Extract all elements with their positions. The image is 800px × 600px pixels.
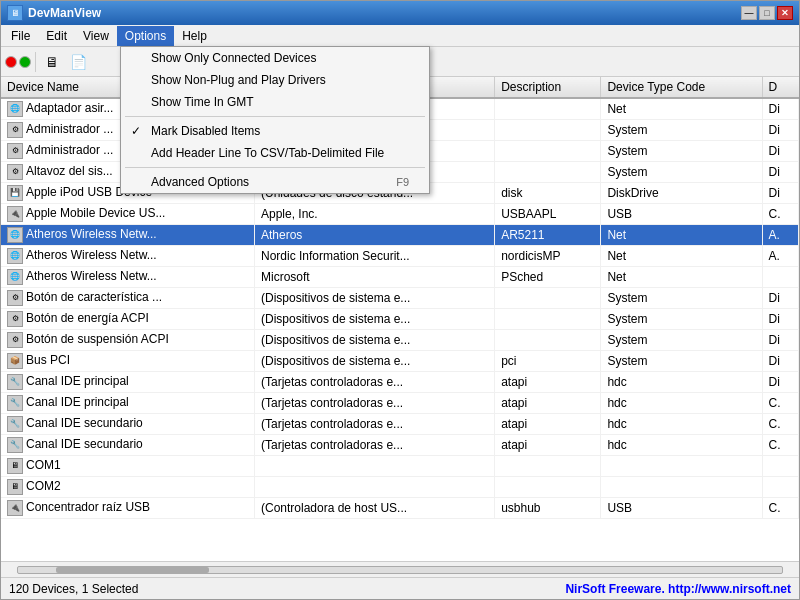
cell-device-type: System [601,330,762,351]
device-icon: ⚙ [7,122,23,138]
table-row[interactable]: 🔧Canal IDE secundario(Tarjetas controlad… [1,414,799,435]
table-row[interactable]: 🌐Atheros Wireless Netw...MicrosoftPSched… [1,267,799,288]
cell-device-name: 🔧Canal IDE secundario [1,435,254,456]
cell-description: AR5211 [495,225,601,246]
menu-options[interactable]: Options [117,26,174,46]
toolbar-separator-1 [35,52,36,72]
monitor-toolbar-btn[interactable]: 🖥 [40,50,64,74]
cell-device-type: USB [601,498,762,519]
cell-description: pci [495,351,601,372]
table-row[interactable]: 🔌Apple Mobile Device US...Apple, Inc.USB… [1,204,799,225]
menu-separator [125,167,425,168]
dropdown-menu-item[interactable]: Show Time In GMT [121,91,429,113]
cell-d: Di [762,309,798,330]
cell-manufacturer: (Tarjetas controladoras e... [254,393,494,414]
close-button[interactable]: ✕ [777,6,793,20]
table-row[interactable]: 🌐Atheros Wireless Netw...AtherosAR5211Ne… [1,225,799,246]
cell-device-type: System [601,120,762,141]
cell-d: Di [762,162,798,183]
cell-description [495,477,601,498]
cell-manufacturer: (Controladora de host US... [254,498,494,519]
title-bar-buttons: — □ ✕ [741,6,793,20]
table-row[interactable]: ⚙Botón de energía ACPI(Dispositivos de s… [1,309,799,330]
device-icon: 🔧 [7,395,23,411]
cell-device-type: DiskDrive [601,183,762,204]
menu-item-shortcut: F9 [396,176,409,188]
table-row[interactable]: 🔌Concentrador raíz USB(Controladora de h… [1,498,799,519]
cell-description: disk [495,183,601,204]
cell-device-type [601,456,762,477]
cell-device-type: Net [601,267,762,288]
menu-item-label: Show Non-Plug and Play Drivers [151,73,326,87]
cell-device-name: ⚙Botón de energía ACPI [1,309,254,330]
cell-description: nordicisMP [495,246,601,267]
maximize-button[interactable]: □ [759,6,775,20]
table-row[interactable]: 🖥COM2 [1,477,799,498]
table-row[interactable]: 🌐Atheros Wireless Netw...Nordic Informat… [1,246,799,267]
table-row[interactable]: ⚙Botón de suspensión ACPI(Dispositivos d… [1,330,799,351]
cell-device-name: 🌐Atheros Wireless Netw... [1,246,254,267]
device-icon: 🌐 [7,269,23,285]
menu-file[interactable]: File [3,26,38,46]
cell-d: Di [762,372,798,393]
menu-edit[interactable]: Edit [38,26,75,46]
menu-help[interactable]: Help [174,26,215,46]
status-right: NirSoft Freeware. http://www.nirsoft.net [565,582,791,596]
dropdown-menu-item[interactable]: ✓Mark Disabled Items [121,120,429,142]
table-row[interactable]: 🖥COM1 [1,456,799,477]
device-icon: ⚙ [7,143,23,159]
cell-device-name: 🔧Canal IDE secundario [1,414,254,435]
table-row[interactable]: 📦Bus PCI(Dispositivos de sistema e...pci… [1,351,799,372]
table-row[interactable]: ⚙Botón de característica ...(Dispositivo… [1,288,799,309]
cell-manufacturer: (Dispositivos de sistema e... [254,351,494,372]
cell-d: Di [762,141,798,162]
menu-view[interactable]: View [75,26,117,46]
dropdown-menu-item[interactable]: Show Only Connected Devices [121,47,429,69]
cell-device-name: 🔧Canal IDE principal [1,393,254,414]
menu-item-label: Add Header Line To CSV/Tab-Delimited Fil… [151,146,384,160]
cell-description [495,120,601,141]
cell-device-name: ⚙Botón de suspensión ACPI [1,330,254,351]
device-icon: ⚙ [7,164,23,180]
device-icon: 🌐 [7,227,23,243]
dropdown-menu-item[interactable]: Show Non-Plug and Play Drivers [121,69,429,91]
cell-manufacturer: Apple, Inc. [254,204,494,225]
cell-d: Di [762,98,798,120]
device-icon: 📦 [7,353,23,369]
title-bar-left: 🖥 DevManView [7,5,101,21]
device-icon: 🔌 [7,206,23,222]
col-header-description: Description [495,77,601,98]
window-title: DevManView [28,6,101,20]
cell-device-name: 🖥COM1 [1,456,254,477]
table-row[interactable]: 🔧Canal IDE principal(Tarjetas controlado… [1,393,799,414]
cell-device-type: hdc [601,393,762,414]
status-bar: 120 Devices, 1 Selected NirSoft Freeware… [1,577,799,599]
options-dropdown-menu: Show Only Connected DevicesShow Non-Plug… [120,46,430,194]
cell-manufacturer: (Tarjetas controladoras e... [254,372,494,393]
cell-description [495,141,601,162]
cell-device-type: System [601,288,762,309]
menu-bar: File Edit View Options Help [1,25,799,47]
cell-device-type: USB [601,204,762,225]
cell-description: PSched [495,267,601,288]
cell-description: atapi [495,393,601,414]
cell-manufacturer [254,477,494,498]
dropdown-menu-item[interactable]: Add Header Line To CSV/Tab-Delimited Fil… [121,142,429,164]
menu-item-label: Show Time In GMT [151,95,254,109]
cell-d: Di [762,183,798,204]
cell-d: C. [762,393,798,414]
device-icon: 🔧 [7,374,23,390]
toolbar-btn-2[interactable]: 📄 [66,50,90,74]
cell-device-type: System [601,141,762,162]
cell-d [762,267,798,288]
cell-d: Di [762,330,798,351]
cell-d: Di [762,351,798,372]
table-row[interactable]: 🔧Canal IDE principal(Tarjetas controlado… [1,372,799,393]
minimize-button[interactable]: — [741,6,757,20]
horizontal-scrollbar[interactable] [1,561,799,577]
device-icon: 🌐 [7,248,23,264]
cell-device-type: Net [601,246,762,267]
dropdown-menu-item[interactable]: Advanced OptionsF9 [121,171,429,193]
device-icon: 💾 [7,185,23,201]
table-row[interactable]: 🔧Canal IDE secundario(Tarjetas controlad… [1,435,799,456]
